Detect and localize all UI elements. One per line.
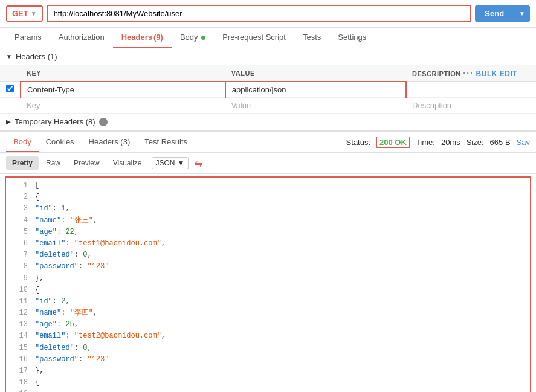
table-row-placeholder: Key Value Description — [0, 98, 536, 114]
json-line: 2 { — [6, 191, 530, 203]
headers-section: ▼ Headers (1) KEY VALUE DESCRIPTION ··· … — [0, 48, 536, 130]
key-cell[interactable]: Content-Type — [21, 82, 225, 98]
json-line: 5 "age": 22, — [6, 227, 530, 238]
tab-settings[interactable]: Settings — [329, 28, 375, 48]
tab-params[interactable]: Params — [6, 28, 50, 48]
json-line: 17 }, — [6, 365, 530, 377]
json-line: 9 }, — [6, 273, 530, 284]
tab-authorization[interactable]: Authorization — [50, 28, 113, 48]
send-arrow-icon: ▼ — [514, 7, 530, 21]
json-line: 18 { — [6, 377, 530, 388]
method-select[interactable]: GET ▼ — [6, 5, 43, 22]
body-view-visualize[interactable]: Visualize — [107, 156, 148, 170]
body-view-raw[interactable]: Raw — [40, 156, 66, 170]
tab-prerequest[interactable]: Pre-request Script — [214, 28, 294, 48]
response-status-bar: Status: 200 OK Time: 20ms Size: 665 B Sa… — [346, 137, 530, 148]
status-badge: 200 OK — [376, 137, 410, 148]
json-line: 4 "name": "张三", — [6, 215, 530, 227]
table-row: Content-Type application/json — [0, 82, 536, 98]
json-line: 6 "email": "test1@baomidou.com", — [6, 238, 530, 249]
json-viewer: 1[2 {3 "id": 1,4 "name": "张三",5 "age": 2… — [5, 176, 531, 392]
th-description: DESCRIPTION ··· Bulk Edit — [406, 65, 536, 82]
more-options-icon[interactable]: ··· — [463, 68, 474, 78]
json-line: 11 "id": 2, — [6, 296, 530, 307]
url-input[interactable] — [47, 5, 472, 22]
resp-time: 20ms — [441, 138, 460, 147]
format-arrow-icon: ▼ — [178, 159, 185, 167]
json-line: 7 "deleted": 0, — [6, 249, 530, 261]
json-line: 12 "name": "李四", — [6, 307, 530, 319]
placeholder-desc: Description — [406, 98, 536, 114]
body-view-preview[interactable]: Preview — [68, 156, 106, 170]
wrap-icon[interactable]: ⇋ — [195, 158, 202, 169]
save-button[interactable]: Sav — [517, 138, 530, 147]
response-tabs-bar: Body Cookies Headers (3) Test Results St… — [0, 132, 536, 153]
section-collapse-icon: ▼ — [6, 53, 12, 60]
json-line: 19 ... — [6, 388, 530, 392]
send-label: Send — [475, 5, 514, 22]
format-select[interactable]: JSON ▼ — [152, 157, 189, 169]
headers-table: KEY VALUE DESCRIPTION ··· Bulk Edit Cont… — [0, 65, 536, 114]
top-bar: GET ▼ Send ▼ — [0, 0, 536, 28]
time-prefix: Time: — [416, 138, 435, 147]
resp-tab-testresults[interactable]: Test Results — [137, 132, 195, 152]
request-tabs: Params Authorization Headers(9) Body Pre… — [0, 28, 536, 48]
json-line: 8 "password": "123" — [6, 261, 530, 272]
status-prefix: Status: — [346, 138, 370, 147]
tab-body[interactable]: Body — [172, 28, 214, 48]
body-view-pretty[interactable]: Pretty — [6, 156, 39, 170]
response-area: Body Cookies Headers (3) Test Results St… — [0, 130, 536, 392]
body-view-tabs: Pretty Raw Preview Visualize JSON ▼ ⇋ — [0, 153, 536, 174]
temp-headers-section[interactable]: ▶ Temporary Headers (8) i — [0, 114, 536, 130]
headers-section-title[interactable]: ▼ Headers (1) — [0, 48, 536, 65]
json-line: 16 "password": "123" — [6, 354, 530, 365]
temp-collapse-icon: ▶ — [6, 118, 11, 125]
json-line: 14 "email": "test2@baomidou.com", — [6, 330, 530, 342]
size-prefix: Size: — [467, 138, 484, 147]
info-icon: i — [99, 118, 108, 126]
body-dot-icon — [201, 36, 205, 40]
json-line: 1[ — [6, 180, 530, 191]
bulk-edit-button[interactable]: Bulk Edit — [476, 69, 518, 78]
row-checkbox[interactable] — [0, 82, 21, 98]
value-cell[interactable]: application/json — [225, 82, 406, 98]
resp-tab-headers[interactable]: Headers (3) — [82, 132, 138, 152]
placeholder-key[interactable]: Key — [21, 98, 225, 114]
placeholder-value[interactable]: Value — [225, 98, 406, 114]
method-arrow-icon: ▼ — [31, 10, 37, 17]
resp-size: 665 B — [490, 138, 511, 147]
json-line: 13 "age": 25, — [6, 319, 530, 330]
method-label: GET — [12, 9, 28, 18]
desc-cell — [406, 82, 536, 98]
resp-tab-body[interactable]: Body — [6, 132, 39, 152]
th-value: VALUE — [225, 65, 406, 82]
th-key: KEY — [21, 65, 225, 82]
json-line: 15 "deleted": 0, — [6, 342, 530, 354]
tab-tests[interactable]: Tests — [294, 28, 329, 48]
resp-tab-cookies[interactable]: Cookies — [39, 132, 82, 152]
send-button[interactable]: Send ▼ — [475, 5, 530, 22]
th-checkbox — [0, 65, 21, 82]
json-line: 10 { — [6, 284, 530, 296]
tab-headers[interactable]: Headers(9) — [113, 28, 172, 48]
json-line: 3 "id": 1, — [6, 203, 530, 214]
